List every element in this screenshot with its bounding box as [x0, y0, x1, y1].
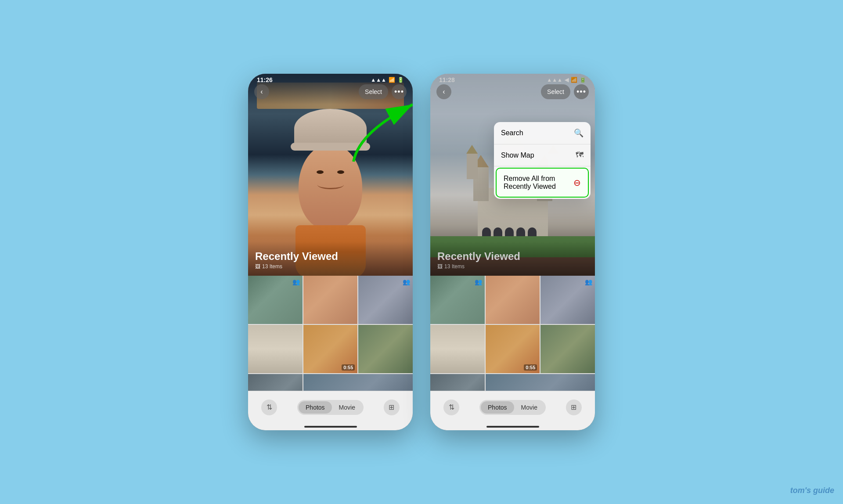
people-icon-1: 👥: [292, 278, 300, 285]
more-button-right[interactable]: •••: [574, 84, 589, 99]
photo-cell-8[interactable]: [303, 374, 413, 391]
tab-group-right: Photos Movie: [479, 400, 546, 415]
home-indicator-right: [486, 426, 539, 428]
green-arrow-annotation: [345, 96, 413, 166]
back-button-left[interactable]: ‹: [254, 84, 269, 99]
left-phone-screen: ‹ Select ••• 11:26 ▲▲▲ 📶 🔋: [248, 74, 413, 430]
photos-tab-right[interactable]: Photos: [481, 401, 514, 414]
photo-cell-1[interactable]: 👥: [248, 276, 303, 324]
photo-cell-5[interactable]: 0:55: [303, 325, 358, 373]
hero-section: ‹ Select ••• 11:26 ▲▲▲ 📶 🔋: [248, 74, 413, 276]
right-nav-buttons-right: Select •••: [541, 84, 589, 99]
photo-cell-r4[interactable]: [430, 325, 485, 373]
search-menu-item[interactable]: Search 🔍: [494, 122, 591, 144]
right-nav-bar: ‹ Select •••: [430, 84, 595, 99]
context-menu: Search 🔍 Show Map 🗺 Remove All from Rece…: [494, 122, 591, 199]
toms-guide-watermark: tom's guide: [790, 486, 834, 495]
minus-circle-icon: ⊖: [573, 177, 581, 188]
remove-recently-viewed-menu-item[interactable]: Remove All from Recently Viewed ⊖: [496, 168, 589, 198]
grid-icon-left: ⊞: [389, 403, 394, 411]
chevron-left-icon-right: ‹: [443, 88, 445, 96]
ellipsis-icon-right: •••: [576, 87, 586, 97]
photo-grid-right: 👥 👥 0:55: [430, 276, 595, 391]
time-left: 11:26: [257, 76, 273, 83]
people-icon-r3: 👥: [585, 278, 592, 285]
home-indicator-left: [304, 426, 357, 428]
grid-icon-right: ⊞: [571, 403, 576, 411]
photo-cell-r1[interactable]: 👥: [430, 276, 485, 324]
photos-tab-left[interactable]: Photos: [299, 401, 332, 414]
bottom-toolbar-right: ⇅ Photos Movie ⊞: [430, 391, 595, 430]
status-icons-left: ▲▲▲ 📶 🔋: [371, 77, 404, 83]
album-icon-left: 🖼: [255, 263, 260, 270]
photo-cell-r5[interactable]: 0:55: [486, 325, 540, 373]
photo-cell-r6[interactable]: [540, 325, 595, 373]
map-icon: 🗺: [576, 151, 584, 160]
tab-group-left: Photos Movie: [297, 400, 364, 415]
back-button-right[interactable]: ‹: [436, 84, 451, 99]
left-phone: ‹ Select ••• 11:26 ▲▲▲ 📶 🔋: [248, 74, 413, 430]
right-phone-screen: 11:28 ▲▲▲ ◀ 📶 🔋 ‹ Select: [430, 74, 595, 430]
photo-cell-7[interactable]: [248, 374, 303, 391]
left-status-bar: 11:26 ▲▲▲ 📶 🔋: [248, 74, 413, 85]
photo-cell-r8[interactable]: [486, 374, 595, 391]
photo-cell-2[interactable]: [303, 276, 358, 324]
right-phone: 11:28 ▲▲▲ ◀ 📶 🔋 ‹ Select: [430, 74, 595, 430]
sort-button-right[interactable]: ⇅: [443, 400, 459, 415]
photo-cell-4[interactable]: [248, 325, 303, 373]
hero-section-right: 11:28 ▲▲▲ ◀ 📶 🔋 ‹ Select: [430, 74, 595, 276]
photo-cell-r7[interactable]: [430, 374, 485, 391]
grid-button-right[interactable]: ⊞: [566, 400, 582, 415]
bottom-toolbar-left: ⇅ Photos Movie ⊞: [248, 391, 413, 430]
search-icon: 🔍: [574, 128, 584, 138]
album-subtitle-left: 🖼 13 Items: [255, 263, 406, 270]
video-duration-5: 0:55: [342, 364, 355, 371]
sort-icon-left: ⇅: [267, 403, 272, 411]
wifi-icon-left: 📶: [389, 77, 395, 83]
movie-tab-right[interactable]: Movie: [514, 401, 544, 414]
album-title-overlay-left: Recently Viewed 🖼 13 Items: [248, 241, 413, 276]
chevron-left-icon: ‹: [260, 88, 263, 96]
photo-grid-left: 👥 👥 0:55: [248, 276, 413, 391]
show-map-menu-item[interactable]: Show Map 🗺: [494, 144, 591, 166]
grid-button-left[interactable]: ⊞: [384, 400, 400, 415]
people-icon-r1: 👥: [475, 278, 482, 285]
photo-cell-3[interactable]: 👥: [358, 276, 413, 324]
sort-button-left[interactable]: ⇅: [261, 400, 277, 415]
battery-icon-left: 🔋: [397, 77, 404, 83]
video-duration-r5: 0:55: [524, 364, 537, 371]
select-button-right[interactable]: Select: [541, 84, 570, 99]
signal-icon-left: ▲▲▲: [371, 77, 386, 83]
people-icon-3: 👥: [403, 278, 410, 285]
photo-cell-r2[interactable]: [486, 276, 540, 324]
album-title-left: Recently Viewed: [255, 250, 406, 263]
sort-icon-right: ⇅: [449, 403, 454, 411]
photo-cell-r3[interactable]: 👥: [540, 276, 595, 324]
movie-tab-left[interactable]: Movie: [332, 401, 362, 414]
photo-cell-6[interactable]: [358, 325, 413, 373]
ellipsis-icon-left: •••: [394, 87, 404, 97]
